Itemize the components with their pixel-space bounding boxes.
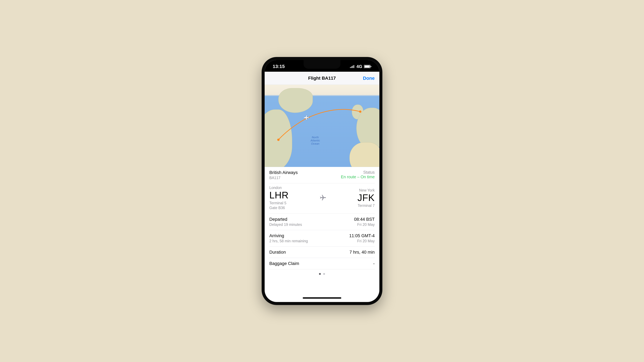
origin-terminal: Terminal 5 <box>269 201 288 206</box>
origin-city: London <box>269 186 288 190</box>
baggage-row: Baggage Claim - <box>269 258 374 269</box>
destination-terminal: Terminal 7 <box>358 203 375 208</box>
page-dot-1[interactable] <box>319 273 321 275</box>
signal-icon <box>350 65 355 68</box>
airports-row: London LHR Terminal 5 Gate B36 New York … <box>269 183 374 214</box>
screen: 13:15 4G Flight BA117 Done <box>265 60 379 302</box>
svg-point-8 <box>277 139 280 141</box>
svg-rect-6 <box>371 66 371 67</box>
arriving-row: Arriving 2 hrs, 58 min remaining 11:05 G… <box>269 230 374 247</box>
origin-code: LHR <box>269 190 288 200</box>
status-value: En route – On time <box>341 175 375 179</box>
svg-rect-5 <box>364 65 370 68</box>
status-label: Status <box>363 170 374 175</box>
home-indicator[interactable] <box>303 297 341 299</box>
arriving-time: 11:05 GMT-4 <box>349 233 374 238</box>
departed-label: Departed <box>269 217 302 222</box>
ocean-label: North Atlantic Ocean <box>310 136 320 145</box>
origin-gate: Gate B36 <box>269 206 288 211</box>
page-title: Flight BA117 <box>308 76 336 81</box>
battery-icon <box>364 65 371 68</box>
destination-airport: New York JFK Terminal 7 <box>358 188 375 208</box>
svg-rect-1 <box>351 66 352 68</box>
duration-label: Duration <box>269 250 286 255</box>
airplane-icon <box>303 115 310 120</box>
done-button[interactable]: Done <box>363 75 375 81</box>
arriving-label: Arriving <box>269 233 308 238</box>
departed-time: 08:44 BST <box>354 217 375 222</box>
duration-row: Duration 7 hrs, 40 min <box>269 247 374 258</box>
nav-bar: Flight BA117 Done <box>265 72 379 85</box>
svg-rect-3 <box>354 65 354 68</box>
departed-date: Fri 20 May <box>357 223 375 227</box>
home-indicator-area <box>265 294 379 302</box>
page-dot-2[interactable] <box>323 273 325 275</box>
destination-city: New York <box>359 188 375 192</box>
status-time: 13:15 <box>273 64 284 69</box>
duration-value: 7 hrs, 40 min <box>350 250 375 255</box>
departed-delay: Delayed 19 minutes <box>269 223 302 227</box>
arriving-date: Fri 20 May <box>357 239 375 243</box>
arriving-remaining: 2 hrs, 58 min remaining <box>269 239 308 243</box>
flight-map[interactable]: North Atlantic Ocean <box>265 85 379 167</box>
status-right-cluster: 4G <box>350 64 371 69</box>
status-network: 4G <box>356 64 362 69</box>
svg-rect-2 <box>352 66 353 68</box>
origin-airport: London LHR Terminal 5 Gate B36 <box>269 186 288 211</box>
destination-code: JFK <box>358 193 375 203</box>
airline-status-row: British Airways BA117 Status En route – … <box>269 167 374 183</box>
notch <box>304 60 340 69</box>
baggage-label: Baggage Claim <box>269 261 299 266</box>
departed-row: Departed Delayed 19 minutes 08:44 BST Fr… <box>269 214 374 230</box>
flight-details[interactable]: British Airways BA117 Status En route – … <box>265 167 379 294</box>
svg-rect-0 <box>350 67 351 68</box>
baggage-value: - <box>373 261 375 266</box>
page-indicator[interactable] <box>269 269 374 277</box>
svg-point-7 <box>359 110 362 113</box>
airline-name: British Airways <box>269 170 298 175</box>
airplane-divider-icon <box>320 194 326 202</box>
phone-frame: 13:15 4G Flight BA117 Done <box>262 57 382 305</box>
flight-number: BA117 <box>269 176 298 180</box>
flight-path-line <box>265 85 379 167</box>
